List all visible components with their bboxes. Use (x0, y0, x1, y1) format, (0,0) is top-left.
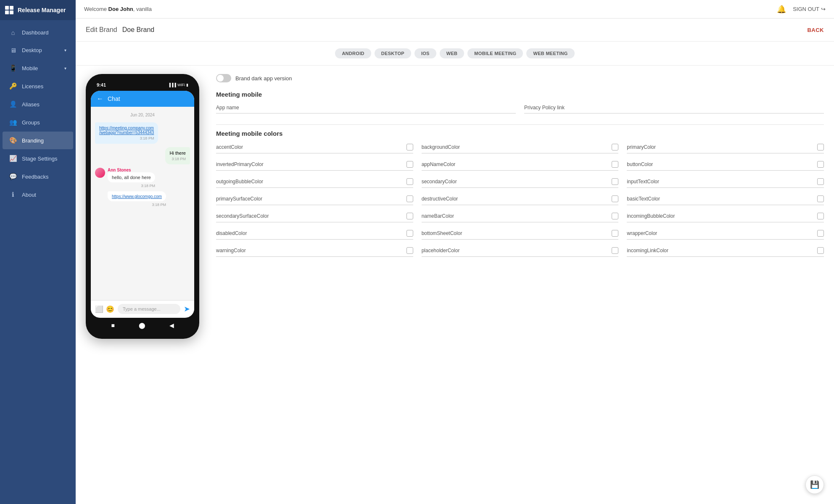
tab-ios[interactable]: IOS (414, 48, 436, 58)
brand-dark-toggle[interactable] (216, 74, 231, 82)
sidebar-item-label: Mobile (22, 65, 38, 71)
sidebar-item-groups[interactable]: 👥 Groups (3, 113, 73, 131)
placeholderColor-checkbox[interactable] (612, 247, 618, 254)
basicTextColor-field: basicTextColor (627, 195, 824, 205)
secondaryColor-label: secondaryColor (422, 179, 609, 185)
mobile-icon: 📱 (9, 64, 17, 72)
phone-square-btn: ■ (111, 322, 114, 329)
back-button[interactable]: BACK (807, 27, 824, 33)
buttonColor-field: buttonColor (627, 161, 824, 171)
incomingBubbleColor-checkbox[interactable] (817, 213, 824, 219)
brand-header: Edit Brand Doe Brand BACK (76, 18, 834, 42)
sidebar-item-label: Feedbacks (22, 174, 49, 180)
secondarySurfaceColor-checkbox[interactable] (406, 213, 413, 219)
tab-web-meeting[interactable]: WEB MEETING (526, 48, 574, 58)
phone-home-bar: ■ ⬤ ◀ (91, 318, 194, 330)
wrapperColor-checkbox[interactable] (817, 230, 824, 237)
placeholderColor-label: placeholderColor (422, 248, 609, 253)
save-icon: 💾 (810, 480, 819, 489)
sidebar-item-stage-settings[interactable]: 📈 Stage Settings (3, 150, 73, 167)
backgroundcolor-checkbox[interactable] (612, 144, 618, 150)
backgroundcolor-field: backgroundColor (422, 144, 619, 153)
tab-web[interactable]: WEB (440, 48, 465, 58)
welcome-message: Welcome Doe John, vanilla (84, 6, 152, 12)
backgroundcolor-label: backgroundColor (422, 144, 609, 150)
inputTextColor-checkbox[interactable] (817, 178, 824, 185)
attachment-icon[interactable]: ⬜ (95, 305, 103, 313)
appNameColor-checkbox[interactable] (612, 161, 618, 168)
warningColor-checkbox[interactable] (406, 247, 413, 254)
chevron-down-icon: ▾ (64, 48, 66, 53)
nameBarColor-checkbox[interactable] (612, 213, 618, 219)
accentColor-checkbox[interactable] (406, 144, 413, 150)
privacy-policy-label: Privacy Policy link (524, 105, 824, 111)
sidebar-item-aliases[interactable]: 👤 Aliases (3, 95, 73, 113)
phone-attachment-icons: ⬜ 😊 (95, 305, 114, 313)
basicTextColor-label: basicTextColor (627, 196, 814, 202)
bottomSheetColor-checkbox[interactable] (612, 230, 618, 237)
avatar (95, 168, 105, 178)
color-row-2: invertedPrimaryColor appNameColor button… (216, 161, 824, 177)
phone-back-arrow-icon: ← (97, 95, 103, 103)
incomingBubbleColor-label: incomingBubbleColor (627, 213, 814, 219)
toggle-row: Brand dark app version (216, 74, 824, 82)
tab-android[interactable]: ANDROID (335, 48, 371, 58)
sidebar-item-label: About (22, 192, 36, 198)
secondaryColor-checkbox[interactable] (612, 178, 618, 185)
message-right: Hi there 3:18 PM (165, 147, 190, 164)
destructiveColor-field: destructiveColor (422, 195, 619, 205)
received-link-text: https://www.glocomgo.com (112, 194, 162, 199)
tab-mobile-meeting[interactable]: MOBILE MEETING (467, 48, 523, 58)
message-link-content: https://www.glocomgo.com 3:18 PM (108, 191, 166, 207)
phone-screen: ← Chat Jun 20, 2024 https://meeting.comp… (91, 91, 194, 318)
secondarySurfaceColor-field: secondarySurfaceColor (216, 213, 413, 222)
phone-circle-btn: ⬤ (139, 322, 145, 329)
primarycolor-checkbox[interactable] (817, 144, 824, 150)
brand-dark-label: Brand dark app version (235, 75, 292, 82)
sidebar-item-feedbacks[interactable]: 💬 Feedbacks (3, 168, 73, 185)
sidebar-nav: ⌂ Dashboard 🖥 Desktop ▾ 📱 Mobile ▾ 🔑 Lic… (0, 20, 76, 504)
bottomSheetColor-label: bottomSheetColor (422, 230, 609, 236)
app-name-label: App name (216, 105, 516, 111)
incomingLinkColor-checkbox[interactable] (817, 247, 824, 254)
outgoingBubbleColor-checkbox[interactable] (406, 178, 413, 185)
outgoingBubbleColor-field: outgoingBubbleColor (216, 178, 413, 188)
color-row-4: primarySurfaceColor destructiveColor bas… (216, 195, 824, 211)
sidebar-item-dashboard[interactable]: ⌂ Dashboard (3, 24, 73, 41)
desktop-icon: 🖥 (9, 47, 17, 54)
disabledColor-checkbox[interactable] (406, 230, 413, 237)
inputTextColor-label: inputTextColor (627, 179, 814, 185)
sidebar-item-branding[interactable]: 🎨 Branding (3, 132, 73, 149)
destructiveColor-checkbox[interactable] (612, 195, 618, 202)
feedbacks-icon: 💬 (9, 173, 17, 180)
nameBarColor-label: nameBarColor (422, 213, 609, 219)
placeholderColor-field: placeholderColor (422, 247, 619, 257)
home-icon: ⌂ (9, 29, 17, 36)
emoji-icon[interactable]: 😊 (106, 305, 114, 313)
message-time: 3:18 PM (169, 157, 186, 161)
signout-label: SIGN OUT (793, 6, 819, 12)
appNameColor-field: appNameColor (422, 161, 619, 171)
send-button[interactable]: ➤ (184, 304, 190, 314)
incomingBubbleColor-field: incomingBubbleColor (627, 213, 824, 222)
sign-out-button[interactable]: SIGN OUT ↪ (793, 6, 826, 12)
tab-desktop[interactable]: DESKTOP (375, 48, 411, 58)
invertedPrimaryColor-checkbox[interactable] (406, 161, 413, 168)
save-fab-button[interactable]: 💾 (805, 475, 824, 494)
disabledColor-field: disabledColor (216, 230, 413, 240)
basicTextColor-checkbox[interactable] (817, 195, 824, 202)
notification-bell-icon[interactable]: 🔔 (777, 5, 786, 14)
phone-notch: 9:41 ▐▐▐ WiFi ▮ (91, 81, 194, 91)
buttonColor-checkbox[interactable] (817, 161, 824, 168)
sidebar-item-licenses[interactable]: 🔑 Licenses (3, 77, 73, 95)
phone-triangle-btn: ◀ (169, 322, 174, 329)
sidebar-item-mobile[interactable]: 📱 Mobile ▾ (3, 59, 73, 77)
sidebar: Release Manager ⌂ Dashboard 🖥 Desktop ▾ … (0, 0, 76, 504)
phone-mockup: 9:41 ▐▐▐ WiFi ▮ ← Chat Jun 20 (86, 74, 199, 339)
primarySurfaceColor-checkbox[interactable] (406, 195, 413, 202)
sidebar-item-about[interactable]: ℹ About (3, 186, 73, 203)
sidebar-item-desktop[interactable]: 🖥 Desktop ▾ (3, 42, 73, 59)
brand-header-left: Edit Brand Doe Brand (86, 26, 154, 34)
phone-message-input[interactable]: Type a message... (118, 304, 180, 314)
wrapperColor-label: wrapperColor (627, 230, 814, 236)
